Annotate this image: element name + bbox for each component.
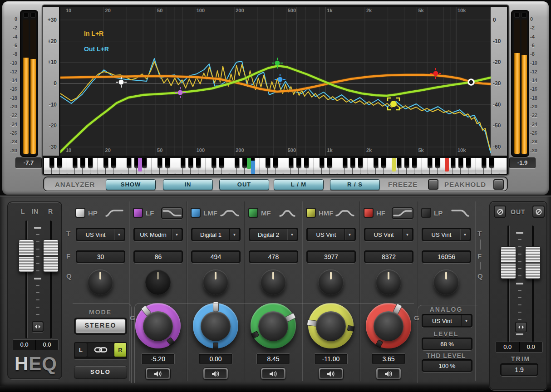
fader-handle[interactable] bbox=[525, 246, 541, 279]
black-key[interactable] bbox=[296, 158, 301, 168]
band-type-dropdown-mf[interactable]: Digital 2▼ bbox=[249, 228, 298, 241]
link-right-button[interactable]: R bbox=[114, 343, 126, 357]
band-type-dropdown-lmf[interactable]: Digital 1▼ bbox=[191, 228, 241, 241]
fader-handle[interactable] bbox=[501, 246, 516, 279]
band-type-dropdown-hf[interactable]: US Vint▼ bbox=[364, 228, 413, 241]
band-gain-knob-hmf[interactable] bbox=[308, 303, 354, 348]
band-listen-button-hf[interactable] bbox=[376, 368, 401, 380]
black-key[interactable] bbox=[219, 158, 224, 168]
band-color-swatch-mf[interactable] bbox=[248, 208, 258, 218]
analyzer-button-show[interactable]: SHOW bbox=[106, 179, 156, 190]
key-marker-lf[interactable] bbox=[138, 158, 142, 172]
black-key[interactable] bbox=[196, 158, 201, 168]
black-key[interactable] bbox=[181, 158, 185, 168]
black-key[interactable] bbox=[242, 158, 247, 168]
black-key[interactable] bbox=[404, 158, 409, 168]
black-key[interactable] bbox=[88, 158, 93, 168]
band-color-swatch-hp[interactable] bbox=[75, 208, 85, 218]
key-marker-lmf[interactable] bbox=[251, 161, 255, 174]
band-q-knob-lmf[interactable] bbox=[203, 270, 228, 295]
link-left-button[interactable]: L bbox=[75, 343, 87, 357]
band-q-knob-lf[interactable] bbox=[145, 270, 171, 295]
band-color-swatch-hmf[interactable] bbox=[306, 208, 316, 218]
band-shape-button-hf[interactable] bbox=[392, 207, 413, 219]
eq-node-lp[interactable] bbox=[468, 79, 474, 85]
black-key[interactable] bbox=[358, 158, 363, 168]
analyzer-button-lm[interactable]: L / M bbox=[274, 179, 324, 190]
black-key[interactable] bbox=[374, 158, 378, 168]
band-frequency-field-hf[interactable]: 8372 bbox=[364, 250, 413, 263]
black-key[interactable] bbox=[235, 158, 239, 168]
band-listen-button-hmf[interactable] bbox=[318, 368, 344, 380]
band-gain-knob-hf[interactable] bbox=[366, 303, 411, 348]
analyzer-button-out[interactable]: OUT bbox=[219, 179, 269, 190]
black-key[interactable] bbox=[165, 158, 170, 168]
band-gain-knob-lf[interactable] bbox=[135, 303, 181, 348]
eq-node-hf[interactable] bbox=[430, 68, 441, 79]
band-frequency-field-lmf[interactable]: 494 bbox=[191, 250, 241, 263]
black-key[interactable] bbox=[397, 158, 401, 168]
black-key[interactable] bbox=[103, 158, 108, 168]
black-key[interactable] bbox=[127, 158, 131, 168]
band-type-dropdown-hmf[interactable]: US Vint▼ bbox=[306, 228, 356, 241]
stereo-mode-button[interactable]: STEREO bbox=[74, 318, 127, 335]
black-key[interactable] bbox=[435, 158, 440, 168]
black-key[interactable] bbox=[343, 158, 347, 168]
output-channel-link-button[interactable] bbox=[515, 322, 527, 333]
freeze-checkbox[interactable] bbox=[428, 179, 438, 190]
black-key[interactable] bbox=[273, 158, 278, 168]
black-key[interactable] bbox=[466, 158, 471, 168]
key-marker-hf[interactable] bbox=[445, 158, 449, 172]
link-button[interactable] bbox=[88, 343, 113, 357]
black-key[interactable] bbox=[482, 158, 486, 168]
band-gain-knob-lmf[interactable] bbox=[193, 303, 238, 348]
analyzer-button-in[interactable]: IN bbox=[163, 179, 213, 190]
black-key[interactable] bbox=[381, 158, 386, 168]
band-frequency-field-lf[interactable]: 86 bbox=[133, 250, 183, 263]
band-q-knob-hf[interactable] bbox=[376, 270, 401, 295]
level-field[interactable]: 68 % bbox=[422, 338, 472, 350]
band-color-swatch-lf[interactable] bbox=[133, 208, 143, 218]
eq-node-hmf[interactable] bbox=[388, 98, 399, 110]
phase-right-button[interactable] bbox=[532, 206, 545, 218]
black-key[interactable] bbox=[304, 158, 309, 168]
band-color-swatch-lp[interactable] bbox=[421, 208, 431, 218]
band-frequency-field-hp[interactable]: 30 bbox=[76, 250, 125, 263]
band-gain-knob-mf[interactable] bbox=[251, 303, 296, 348]
black-key[interactable] bbox=[80, 158, 85, 168]
band-type-dropdown-hp[interactable]: US Vint▼ bbox=[76, 228, 125, 241]
key-marker-mf[interactable] bbox=[247, 158, 251, 169]
band-q-knob-lp[interactable] bbox=[433, 270, 459, 295]
band-q-knob-mf[interactable] bbox=[261, 270, 286, 295]
black-key[interactable] bbox=[350, 158, 355, 168]
black-key[interactable] bbox=[73, 158, 77, 168]
band-listen-button-lmf[interactable] bbox=[203, 368, 228, 380]
input-channel-link-button[interactable] bbox=[32, 321, 44, 332]
band-listen-button-lf[interactable] bbox=[145, 368, 171, 380]
fader-handle[interactable] bbox=[19, 240, 34, 272]
black-key[interactable] bbox=[111, 158, 116, 168]
fader-handle[interactable] bbox=[43, 240, 59, 272]
band-shape-button-lf[interactable] bbox=[161, 207, 183, 219]
peakhold-checkbox[interactable] bbox=[493, 179, 504, 190]
band-listen-button-mf[interactable] bbox=[261, 368, 286, 380]
eq-node-lf[interactable] bbox=[175, 87, 186, 98]
black-key[interactable] bbox=[188, 158, 193, 168]
black-key[interactable] bbox=[320, 158, 324, 168]
white-key[interactable] bbox=[499, 158, 507, 174]
black-key[interactable] bbox=[489, 158, 494, 168]
black-key[interactable] bbox=[212, 158, 216, 168]
analyzer-button-rs[interactable]: R / S bbox=[330, 179, 380, 190]
band-q-knob-hp[interactable] bbox=[88, 270, 113, 295]
band-frequency-field-hmf[interactable]: 3977 bbox=[306, 250, 356, 263]
black-key[interactable] bbox=[266, 158, 270, 168]
phase-left-button[interactable] bbox=[494, 206, 506, 218]
black-key[interactable] bbox=[142, 158, 147, 168]
eq-graph[interactable]: 1010202050501001002002005005001k1k2k2k5k… bbox=[60, 7, 491, 156]
trim-field[interactable]: 1.9 bbox=[500, 363, 538, 376]
analog-type-dropdown[interactable]: US Vint▼ bbox=[422, 314, 472, 328]
band-frequency-field-mf[interactable]: 478 bbox=[249, 250, 298, 263]
solo-button[interactable]: SOLO bbox=[74, 366, 127, 378]
band-type-dropdown-lp[interactable]: US Vint▼ bbox=[422, 228, 471, 241]
key-marker-hmf[interactable] bbox=[392, 158, 396, 172]
